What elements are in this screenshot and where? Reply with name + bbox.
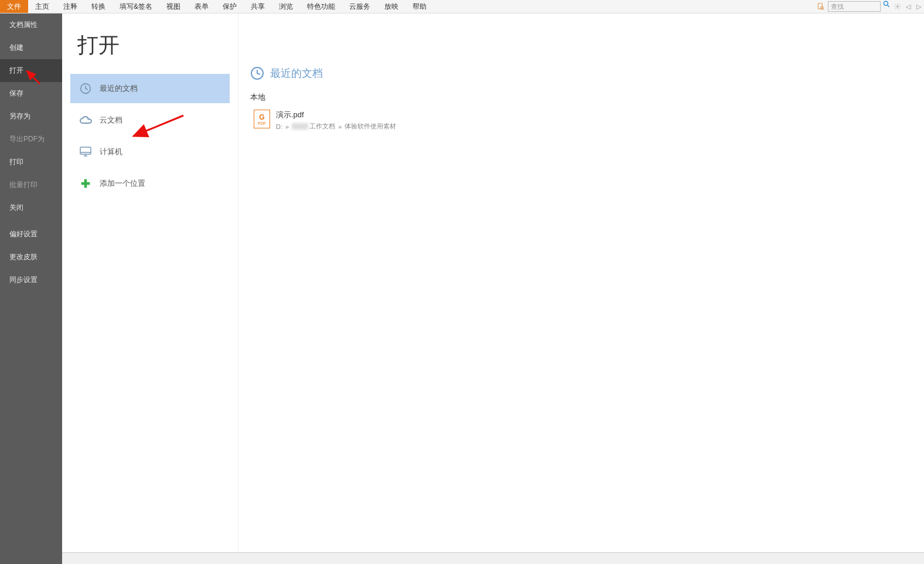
- source-computer[interactable]: 计算机: [70, 137, 230, 167]
- sidebar-item-batchprint[interactable]: 批量打印: [0, 174, 62, 196]
- sidebar-item-syncsettings[interactable]: 同步设置: [0, 269, 62, 291]
- cloud-icon: [77, 112, 94, 128]
- settings-icon[interactable]: [892, 0, 903, 13]
- svg-point-5: [897, 6, 899, 8]
- sidebar-item-close[interactable]: 关闭: [0, 196, 62, 219]
- source-computer-label: 计算机: [100, 147, 122, 157]
- menu-tab-cloud[interactable]: 云服务: [342, 0, 377, 13]
- file-sidebar: 文档属性 创建 打开 保存 另存为 导出PDF为 打印 批量打印 关闭 偏好设置…: [0, 13, 62, 564]
- computer-icon: [77, 144, 94, 160]
- sidebar-item-docprops[interactable]: 文档属性: [0, 13, 62, 36]
- source-add-label: 添加一个位置: [100, 178, 145, 189]
- svg-rect-0: [818, 4, 822, 9]
- sidebar-item-print[interactable]: 打印: [0, 151, 62, 174]
- recent-header-label: 最近的文档: [270, 66, 323, 80]
- svg-rect-7: [80, 147, 91, 154]
- source-cloud[interactable]: 云文档: [70, 106, 230, 135]
- sidebar-item-saveas[interactable]: 另存为: [0, 105, 62, 128]
- open-sources-panel: 打开 最近的文档 云文档 计算机: [62, 13, 238, 564]
- svg-line-2: [823, 9, 824, 10]
- menu-tab-annotate[interactable]: 注释: [56, 0, 84, 13]
- search-input[interactable]: 查找: [828, 1, 881, 12]
- sidebar-item-create[interactable]: 创建: [0, 36, 62, 59]
- source-cloud-label: 云文档: [100, 115, 122, 125]
- menu-tab-convert[interactable]: 转换: [84, 0, 112, 13]
- svg-line-4: [888, 5, 889, 7]
- recent-header: 最近的文档: [250, 66, 912, 80]
- recent-doc-path: D: » 工作文档 » 体验软件使用素材: [276, 122, 396, 131]
- next-icon[interactable]: ▷: [913, 0, 924, 13]
- source-recent[interactable]: 最近的文档: [70, 74, 230, 103]
- source-add-location[interactable]: 添加一个位置: [70, 169, 230, 198]
- clock-icon: [77, 80, 94, 97]
- svg-point-3: [884, 1, 888, 5]
- recent-section-local: 本地: [250, 92, 912, 103]
- status-bar: [62, 552, 924, 564]
- menu-tab-form[interactable]: 表单: [187, 0, 216, 13]
- clock-icon: [250, 66, 264, 80]
- menu-tab-fillsign[interactable]: 填写&签名: [112, 0, 159, 13]
- sidebar-item-open[interactable]: 打开: [0, 59, 62, 82]
- recent-doc-name: 演示.pdf: [276, 110, 396, 120]
- source-recent-label: 最近的文档: [100, 83, 138, 94]
- pdf-file-icon: G PDF: [254, 110, 270, 128]
- menu-tab-protect[interactable]: 保护: [216, 0, 244, 13]
- menu-tab-view[interactable]: 视图: [159, 0, 187, 13]
- prev-icon[interactable]: ◁: [903, 0, 913, 13]
- search-icon[interactable]: [882, 0, 891, 13]
- menu-tab-browse[interactable]: 浏览: [272, 0, 300, 13]
- sidebar-item-preferences[interactable]: 偏好设置: [0, 223, 62, 246]
- menu-tab-features[interactable]: 特色功能: [300, 0, 342, 13]
- top-menu-bar: 文件 主页 注释 转换 填写&签名 视图 表单 保护 共享 浏览 特色功能 云服…: [0, 0, 924, 13]
- find-in-doc-icon[interactable]: [816, 0, 826, 13]
- menu-tab-share[interactable]: 共享: [244, 0, 272, 13]
- menu-tab-home[interactable]: 主页: [28, 0, 56, 13]
- recent-docs-area: 最近的文档 本地 G PDF 演示.pdf D: » 工作文档 » 体验软件使用…: [238, 13, 924, 564]
- plus-icon: [77, 175, 94, 192]
- sidebar-item-skin[interactable]: 更改皮肤: [0, 246, 62, 269]
- search-placeholder: 查找: [831, 2, 844, 11]
- menu-tab-file[interactable]: 文件: [0, 0, 28, 13]
- recent-doc-item[interactable]: G PDF 演示.pdf D: » 工作文档 » 体验软件使用素材: [250, 107, 912, 133]
- open-title: 打开: [62, 31, 238, 74]
- menu-tab-help[interactable]: 帮助: [405, 0, 434, 13]
- sidebar-item-save[interactable]: 保存: [0, 82, 62, 105]
- sidebar-item-exportpdf[interactable]: 导出PDF为: [0, 128, 62, 151]
- menu-tab-slideshow[interactable]: 放映: [377, 0, 405, 13]
